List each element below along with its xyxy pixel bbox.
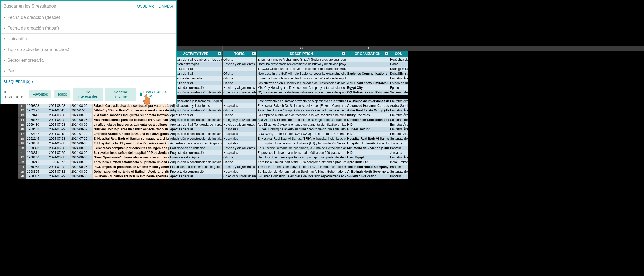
cell-id: 1968158 bbox=[26, 141, 48, 146]
cell-country: Catar bbox=[389, 62, 408, 67]
cell-date-updated: 2024-08-06 bbox=[71, 169, 93, 174]
filter-item-0[interactable]: Fecha de creación (desde) bbox=[1, 12, 176, 23]
header-country[interactable]: COU bbox=[389, 51, 408, 57]
cell-date-updated: 2024-08-06 bbox=[71, 141, 93, 146]
cell-organization: Burjeel Holding bbox=[346, 127, 389, 132]
cell-activity: Apertura de filial||Cambios en las ubica bbox=[169, 57, 223, 62]
cell-organization: The Indian Hotels Company Limi bbox=[346, 165, 389, 169]
row-number[interactable]: 13 bbox=[18, 113, 26, 118]
filter-item-3[interactable]: Tipo de actividad (para hechos) bbox=[1, 44, 176, 55]
row-number[interactable]: 24 bbox=[18, 165, 26, 169]
row-number[interactable]: 15 bbox=[18, 122, 26, 127]
export-xlsx-link[interactable]: EXPORTAR EN XLSX bbox=[140, 90, 173, 98]
cell-activity: Apertura de filial bbox=[169, 71, 223, 76]
filter-dropdown-icon[interactable]: ▾ bbox=[385, 52, 388, 55]
table-row[interactable]: 1719621472024-07-182024-07-29Emiratos Ár… bbox=[18, 132, 644, 136]
cell-title: El Hospital de la UJ y una fundación sui… bbox=[93, 141, 169, 146]
row-number[interactable]: 26 bbox=[18, 174, 26, 179]
cell-organization: Aldar Real Estate Group (Aldar)| bbox=[346, 108, 389, 113]
row-number[interactable]: 17 bbox=[18, 132, 26, 136]
header-description[interactable]: DESCRIPTION▾ bbox=[257, 51, 346, 57]
filter-dropdown-icon[interactable]: ▾ bbox=[342, 52, 345, 55]
table-row[interactable]: 2219681662024-03-082024-08-06"Hero Sport… bbox=[18, 155, 644, 160]
row-number[interactable]: 19 bbox=[18, 141, 26, 146]
cell-title: Gobernador del norte de Al Batinah: Acel… bbox=[93, 169, 169, 174]
table-row[interactable]: 1319694112024-08-082024-08-09VIM Solar R… bbox=[18, 113, 644, 118]
cell-organization: Al Batinah North Governorate bbox=[346, 169, 389, 174]
table-row[interactable]: Apertura de filialTECOM Group, un actor … bbox=[169, 67, 644, 71]
table-row[interactable]: 1519694302024-07-082024-08-09La afluenci… bbox=[18, 122, 644, 127]
cell-title: S-Eleven Education anuncia la inminente … bbox=[93, 174, 169, 179]
searches-dropdown[interactable]: BÚSQUEDAS (0)▼ bbox=[4, 80, 34, 84]
table-row[interactable]: 2419682582024-01-082024-08-06IHCL amplía… bbox=[18, 165, 644, 169]
table-row[interactable]: 1819621452024-07-282024-07-29El Hospital… bbox=[18, 136, 644, 141]
table-row[interactable]: Tendencia de mercadoOficinaEl mercado in… bbox=[169, 76, 644, 81]
generate-report-button[interactable]: Generar Informe bbox=[105, 88, 136, 101]
spreadsheet-header: E F G H ACTIVITY TYPE▾ TOPIC▾ DESCRIPTIO… bbox=[169, 46, 644, 95]
col-letter-f[interactable]: F bbox=[223, 46, 257, 51]
table-row[interactable]: 1619694322024-07-292024-08-09"Burjeel Ho… bbox=[18, 127, 644, 132]
row-number[interactable]: 12 bbox=[18, 108, 26, 113]
file-icon bbox=[140, 92, 142, 96]
row-number[interactable]: 14 bbox=[18, 118, 26, 122]
header-organization[interactable]: ORGANIZATION▾ bbox=[346, 51, 389, 57]
row-number[interactable]: 16 bbox=[18, 127, 26, 132]
filter-dropdown-icon[interactable]: ▾ bbox=[218, 52, 221, 55]
cell-id: 1968241 bbox=[26, 160, 48, 165]
table-row[interactable]: 1919681582024-05-082024-08-06El Hospital… bbox=[18, 141, 644, 146]
row-number[interactable]: 23 bbox=[18, 160, 26, 165]
cell-topic bbox=[223, 99, 257, 103]
table-row[interactable]: Apertura de filialOficinaNew base in the… bbox=[169, 71, 644, 76]
table-row[interactable]: Adquisición o construcción de instalacio… bbox=[169, 90, 644, 95]
cell-date-created: 2024-07-18 bbox=[48, 132, 71, 136]
row-number[interactable]: 20 bbox=[18, 146, 26, 150]
all-button[interactable]: Todos bbox=[54, 90, 70, 98]
table-row[interactable]: 2119683112024-07-292024-08-06Se revelan … bbox=[18, 150, 644, 155]
table-row[interactable]: 2019683232024-06-082024-08-068 empresas … bbox=[18, 146, 644, 150]
cell-date-created: ⚠ 4-07-16 bbox=[48, 160, 71, 165]
cell-id: 1969430 bbox=[26, 122, 48, 127]
filter-item-4[interactable]: Sector empresarial bbox=[1, 55, 176, 66]
table-row[interactable]: Apertura de filialOficinaLos puertos de … bbox=[169, 81, 644, 85]
row-number[interactable]: 22 bbox=[18, 155, 26, 160]
cell-activity: Apertura de filial bbox=[169, 81, 223, 85]
cell-topic: Oficina bbox=[223, 108, 257, 113]
clear-link[interactable]: LIMPIAR bbox=[159, 4, 173, 8]
header-activity-type[interactable]: ACTIVITY TYPE▾ bbox=[169, 51, 223, 57]
cell-id: 1962197 bbox=[26, 108, 48, 113]
table-row[interactable]: 1219621972024-07-152024-07-30"Aldar" y "… bbox=[18, 108, 644, 113]
filter-item-2[interactable]: Ubicación bbox=[1, 34, 176, 44]
row-number[interactable]: 21 bbox=[18, 150, 26, 155]
cell-country: Jordania bbox=[389, 141, 408, 146]
search-input[interactable] bbox=[4, 2, 132, 10]
cell-country: República de I bbox=[389, 57, 408, 62]
filter-dropdown-icon[interactable]: ▾ bbox=[252, 52, 256, 55]
row-number[interactable]: 25 bbox=[18, 169, 26, 174]
filter-item-1[interactable]: Fecha de creación (hasta) bbox=[1, 23, 176, 34]
table-row[interactable]: 2619683072024-07-292024-08-06S-Eleven Ed… bbox=[18, 174, 644, 179]
filter-panel: OCULTAR LIMPIAR Fecha de creación (desde… bbox=[0, 0, 177, 104]
hide-link[interactable]: OCULTAR bbox=[137, 4, 154, 8]
not-interesting-button[interactable]: No interesantes bbox=[73, 88, 102, 101]
cell-country: Sultanato de O bbox=[389, 118, 408, 122]
cell-organization: Abu Dhabi ports||Emirates Class bbox=[346, 81, 389, 85]
cell-country: Emiratos Árabe bbox=[389, 108, 408, 113]
col-letter-g[interactable]: G bbox=[257, 46, 346, 51]
table-row[interactable]: 2519683252024-07-312024-08-06Gobernador … bbox=[18, 169, 644, 174]
header-topic[interactable]: TOPIC▾ bbox=[223, 51, 257, 57]
table-row[interactable]: Apertura de filial||Cambios en las ubica… bbox=[169, 57, 644, 62]
cell-title: "Hero Sportswear" planea elevar sus inve… bbox=[93, 155, 169, 160]
filter-item-5[interactable]: Perfil bbox=[1, 66, 176, 77]
table-row[interactable]: Proyecto de construcciónHoteles y alojam… bbox=[169, 85, 644, 90]
col-letter-e[interactable]: E bbox=[169, 46, 223, 51]
col-letter-h[interactable]: H bbox=[346, 46, 389, 51]
results-count: 5 resultados bbox=[4, 89, 25, 99]
table-row[interactable]: 231968241⚠ 4-07-162024-08-06Xpro India L… bbox=[18, 160, 644, 165]
table-row[interactable]: Inversión estratégicaHoteles y alojamien… bbox=[169, 62, 644, 67]
row-number[interactable]: 18 bbox=[18, 136, 26, 141]
cell-description: OQ Refineries and Petroleum Industries, … bbox=[257, 90, 346, 95]
col-letter-i[interactable] bbox=[389, 46, 408, 51]
favorites-button[interactable]: Favoritos bbox=[29, 90, 51, 98]
table-row[interactable]: 1419681622024-05-082024-08-06Más instala… bbox=[18, 118, 644, 122]
cell-topic: Hoteles y alojamientos bbox=[223, 122, 257, 127]
